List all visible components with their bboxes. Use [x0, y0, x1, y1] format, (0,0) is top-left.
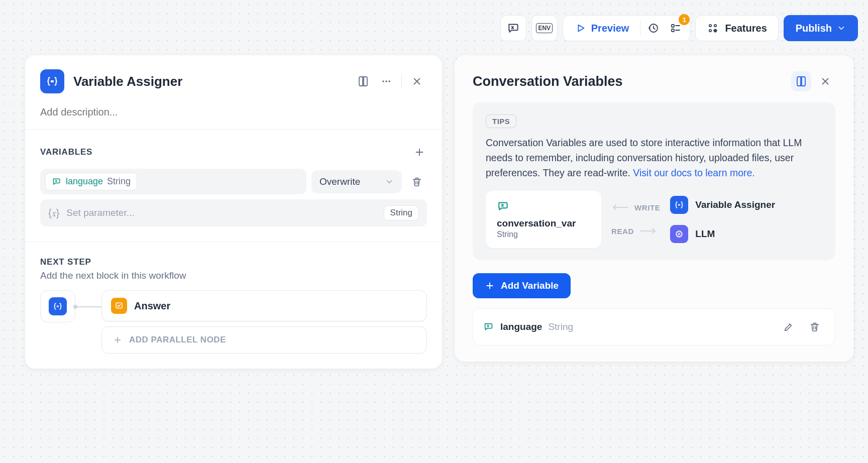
preview-button[interactable]: Preview — [566, 23, 638, 34]
top-toolbar: ENV Preview 1 Features Publish — [500, 15, 858, 41]
conversation-var-icon — [483, 321, 494, 332]
parameter-placeholder: Set parameter... — [66, 207, 376, 218]
history-button[interactable] — [642, 17, 665, 39]
variable-selector[interactable]: language String — [40, 169, 306, 194]
chevron-down-icon — [385, 177, 394, 186]
delete-variable-button[interactable] — [805, 317, 825, 337]
play-icon — [575, 23, 586, 34]
variables-header: VARIABLES — [40, 145, 427, 160]
variable-assigner-panel: Variable Assigner VARIABLES — [25, 55, 442, 369]
trash-icon — [411, 176, 422, 187]
right-panel-title: Conversation Variables — [473, 74, 623, 89]
add-parallel-node-button[interactable]: ADD PARALLEL NODE — [101, 326, 427, 354]
next-step-heading: NEXT STEP — [40, 257, 427, 267]
right-panel-actions — [791, 71, 835, 91]
svg-rect-2 — [672, 29, 674, 32]
answer-node[interactable]: Answer — [101, 290, 427, 321]
publish-label: Publish — [796, 23, 832, 34]
mode-selected: Overwrite — [319, 176, 360, 187]
tips-diagram: conversation_var String WRITE READ — [486, 191, 822, 248]
tips-link[interactable]: Visit our docs to learn more. — [633, 167, 754, 178]
plus-icon — [414, 147, 425, 158]
close-icon — [820, 76, 831, 87]
variable-chip: language String — [45, 173, 137, 190]
svg-point-3 — [709, 25, 711, 27]
description-area — [25, 102, 442, 129]
diagram-nodes: Variable Assigner LLM — [670, 196, 775, 243]
diagram-var-type: String — [497, 230, 590, 239]
publish-button[interactable]: Publish — [784, 15, 858, 41]
diagram-var-card: conversation_var String — [486, 191, 601, 248]
source-node — [40, 290, 75, 322]
arrow-left-icon — [611, 204, 628, 211]
diagram-var-name: conversation_var — [497, 218, 590, 229]
more-icon — [380, 75, 392, 87]
read-arrow-row: READ — [611, 227, 660, 236]
preview-group: Preview 1 — [563, 15, 691, 41]
add-variable-button[interactable] — [412, 145, 427, 160]
features-button[interactable]: Features — [695, 15, 778, 41]
diagram-arrows: WRITE READ — [611, 203, 660, 236]
variables-section: VARIABLES language String Overwrite — [25, 130, 442, 242]
close-button[interactable] — [407, 71, 427, 91]
panel-header-actions — [353, 71, 427, 91]
description-input[interactable] — [40, 106, 427, 118]
parameter-input-row[interactable]: {𝑥} Set parameter... String — [40, 199, 427, 226]
var-list-name: language — [500, 321, 542, 332]
tips-text: Conversation Variables are used to store… — [486, 135, 822, 181]
close-button[interactable] — [815, 71, 835, 91]
variable-type: String — [107, 176, 131, 187]
chat-var-icon — [507, 22, 520, 35]
variable-row: language String Overwrite — [40, 169, 427, 194]
edit-variable-button[interactable] — [779, 317, 799, 337]
variable-braces-icon: {𝑥} — [48, 207, 59, 219]
divider — [401, 74, 402, 89]
conversation-var-icon-button[interactable] — [500, 15, 526, 41]
book-icon — [357, 75, 369, 87]
write-arrow-row: WRITE — [611, 203, 660, 212]
svg-point-8 — [385, 80, 387, 82]
features-icon — [707, 22, 719, 34]
variable-name: language — [66, 176, 103, 187]
delete-variable-button[interactable] — [407, 172, 427, 192]
more-button[interactable] — [376, 71, 396, 91]
close-icon — [411, 76, 422, 87]
diagram-assigner-node: Variable Assigner — [670, 196, 775, 214]
diagram-llm-node: LLM — [670, 225, 775, 243]
next-step-subtitle: Add the next block in this workflow — [40, 270, 427, 281]
svg-rect-10 — [116, 303, 122, 308]
llm-icon — [670, 225, 688, 243]
conversation-variables-panel: Conversation Variables TIPS Conversation… — [455, 55, 853, 362]
docs-button[interactable] — [791, 71, 811, 91]
arrow-right-icon — [640, 227, 657, 235]
checklist-button[interactable]: 1 — [665, 17, 687, 39]
mode-select[interactable]: Overwrite — [311, 170, 402, 193]
panel-header-left: Variable Assigner — [40, 69, 182, 93]
right-panel-header: Conversation Variables — [473, 71, 835, 91]
llm-node-label: LLM — [695, 228, 715, 240]
answer-icon — [111, 298, 127, 314]
features-label: Features — [725, 23, 767, 34]
parameter-type-pill: String — [384, 205, 419, 220]
docs-button[interactable] — [353, 71, 373, 91]
panel-header: Variable Assigner — [25, 55, 442, 102]
variable-list-item[interactable]: language String — [473, 308, 835, 345]
next-step-section: NEXT STEP Add the next block in this wor… — [25, 242, 442, 369]
conversation-var-icon — [52, 177, 62, 187]
svg-point-7 — [382, 80, 384, 82]
env-button[interactable]: ENV — [531, 15, 558, 41]
preview-label: Preview — [591, 23, 629, 34]
trash-icon — [809, 321, 820, 332]
tips-card: TIPS Conversation Variables are used to … — [473, 102, 835, 260]
checklist-icon — [670, 22, 682, 34]
svg-point-4 — [714, 25, 716, 27]
variables-heading: VARIABLES — [40, 147, 92, 157]
history-icon — [647, 22, 660, 34]
write-label: WRITE — [634, 203, 660, 212]
connector-line — [75, 306, 101, 307]
add-variable-button[interactable]: Add Variable — [473, 273, 571, 298]
assigner-node-label: Variable Assigner — [695, 199, 775, 210]
variable-assigner-icon — [49, 297, 67, 315]
env-label: ENV — [536, 23, 553, 33]
variable-assigner-icon — [670, 196, 688, 214]
